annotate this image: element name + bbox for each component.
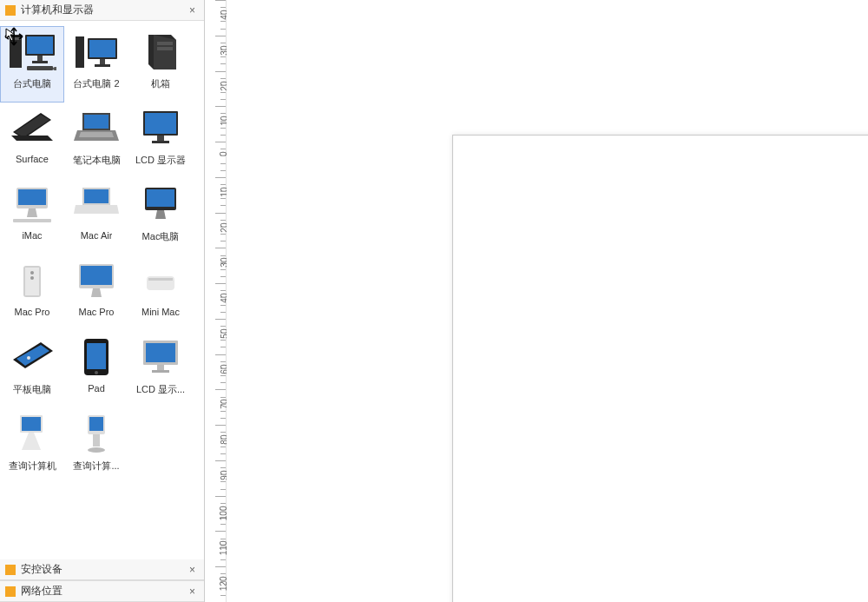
shape-label: Pad	[88, 383, 105, 394]
panel-color-swatch	[5, 5, 16, 16]
panel-close-button[interactable]: ×	[186, 564, 199, 576]
ruler-minor-tick	[220, 170, 226, 171]
panel-color-swatch	[5, 586, 16, 597]
macair-icon	[72, 180, 121, 228]
shape-label: 查询计算机	[9, 460, 56, 473]
panel-close-button[interactable]: ×	[186, 585, 199, 598]
shape-item-desktop2[interactable]: 台式电脑 2	[64, 26, 128, 103]
ruler-minor-tick	[220, 198, 226, 199]
ruler-minor-tick	[220, 340, 226, 341]
ruler-minor-tick	[220, 489, 226, 490]
ruler-tick	[215, 248, 226, 248]
ruler-minor-tick	[220, 524, 226, 525]
ruler-minor-tick	[220, 510, 226, 511]
ruler-tick	[215, 389, 226, 390]
ruler-minor-tick	[220, 99, 226, 100]
ruler-tick	[215, 531, 226, 532]
imac-icon	[8, 180, 56, 228]
shape-label: 查询计算...	[73, 460, 119, 473]
panel-color-swatch	[5, 565, 16, 575]
ruler-minor-tick	[220, 29, 226, 30]
ruler-minor-tick	[220, 347, 226, 347]
vertical-ruler: 403020100102030405060708090100110120130	[205, 0, 227, 602]
shape-library-sidebar: 计算机和显示器 × 台式电脑台式电脑 2机箱Surface笔记本电脑LCD 显示…	[0, 0, 205, 602]
shape-item-kiosk2[interactable]: 查询计算...	[64, 408, 128, 485]
collapsed-panel-0[interactable]: 安控设备×	[0, 559, 204, 580]
surface-icon	[8, 103, 56, 152]
kiosk-icon	[8, 409, 56, 458]
shape-label: 台式电脑 2	[73, 77, 119, 90]
lcd-icon	[136, 103, 185, 152]
app-root: 计算机和显示器 × 台式电脑台式电脑 2机箱Surface笔记本电脑LCD 显示…	[0, 0, 868, 602]
shape-item-laptop[interactable]: 笔记本电脑	[64, 103, 128, 179]
ruler-minor-tick	[220, 432, 226, 433]
ruler-tick	[215, 106, 226, 107]
ruler-tick	[215, 283, 226, 284]
drawing-page[interactable]	[452, 135, 868, 602]
ruler-minor-tick	[220, 368, 226, 369]
shape-item-macpro2[interactable]: Mac Pro	[64, 255, 128, 332]
ruler-minor-tick	[220, 14, 226, 15]
ruler-tick	[215, 496, 226, 497]
ruler-minor-tick	[220, 227, 226, 228]
shape-label: LCD 显示...	[136, 383, 185, 396]
shape-item-macpc[interactable]: Mac电脑	[128, 179, 193, 255]
ruler-minor-tick	[220, 269, 226, 270]
ruler-minor-tick	[220, 481, 226, 482]
ruler-minor-tick	[220, 21, 226, 22]
shape-label: 笔记本电脑	[73, 154, 121, 167]
ruler-tick	[215, 36, 226, 36]
shape-item-minimac[interactable]: Mini Mac	[128, 255, 193, 332]
ruler-minor-tick	[220, 56, 226, 57]
shape-label: 平板电脑	[13, 383, 51, 396]
ruler-tick	[215, 71, 226, 72]
ruler-minor-tick	[220, 517, 226, 518]
ruler-minor-tick	[220, 50, 226, 50]
shape-item-surface[interactable]: Surface	[0, 103, 64, 179]
shape-label: Mac Air	[81, 230, 113, 241]
ruler-minor-tick	[220, 539, 226, 539]
shape-item-tablet[interactable]: 平板电脑	[0, 332, 64, 408]
ruler-tick	[215, 566, 226, 567]
ruler-minor-tick	[220, 121, 226, 122]
desktop2-icon	[72, 27, 121, 76]
shape-item-kiosk[interactable]: 查询计算机	[0, 408, 64, 485]
ruler-minor-tick	[220, 128, 226, 129]
ruler-minor-tick	[220, 375, 226, 376]
ruler-minor-tick	[220, 149, 226, 149]
panel-close-button[interactable]: ×	[186, 4, 199, 17]
ruler-minor-tick	[220, 290, 226, 291]
ruler-minor-tick	[220, 397, 226, 398]
ruler-minor-tick	[220, 581, 226, 582]
shape-item-case[interactable]: 机箱	[128, 26, 193, 103]
ruler-minor-tick	[220, 78, 226, 79]
ruler-tick	[215, 0, 226, 1]
case-icon	[136, 27, 185, 76]
ruler-minor-tick	[220, 205, 226, 206]
ruler-minor-tick	[220, 474, 226, 475]
panel-header-main[interactable]: 计算机和显示器 ×	[0, 0, 204, 21]
ruler-minor-tick	[220, 467, 226, 468]
shape-item-lcd2[interactable]: LCD 显示...	[128, 332, 193, 408]
collapsed-panel-1[interactable]: 网络位置×	[0, 580, 204, 602]
collapsed-panels: 安控设备×网络位置×	[0, 559, 204, 602]
shape-item-desktop[interactable]: 台式电脑	[0, 26, 64, 103]
ruler-minor-tick	[220, 297, 226, 298]
ruler-minor-tick	[220, 7, 226, 8]
macpro2-icon	[72, 256, 121, 305]
pad-icon	[72, 333, 121, 381]
shape-item-macpro[interactable]: Mac Pro	[0, 255, 64, 332]
shape-item-lcd[interactable]: LCD 显示器	[128, 103, 193, 179]
canvas-area[interactable]	[227, 0, 868, 602]
ruler-tick	[215, 425, 226, 426]
ruler-minor-tick	[220, 113, 226, 114]
shape-item-pad[interactable]: Pad	[64, 332, 128, 408]
ruler-minor-tick	[220, 588, 226, 589]
shape-item-imac[interactable]: iMac	[0, 179, 64, 255]
shape-label: 机箱	[151, 77, 170, 90]
macpro-icon	[8, 256, 56, 305]
ruler-minor-tick	[220, 255, 226, 256]
shape-item-macair[interactable]: Mac Air	[64, 179, 128, 255]
ruler-tick	[215, 319, 226, 320]
ruler-minor-tick	[220, 326, 226, 327]
